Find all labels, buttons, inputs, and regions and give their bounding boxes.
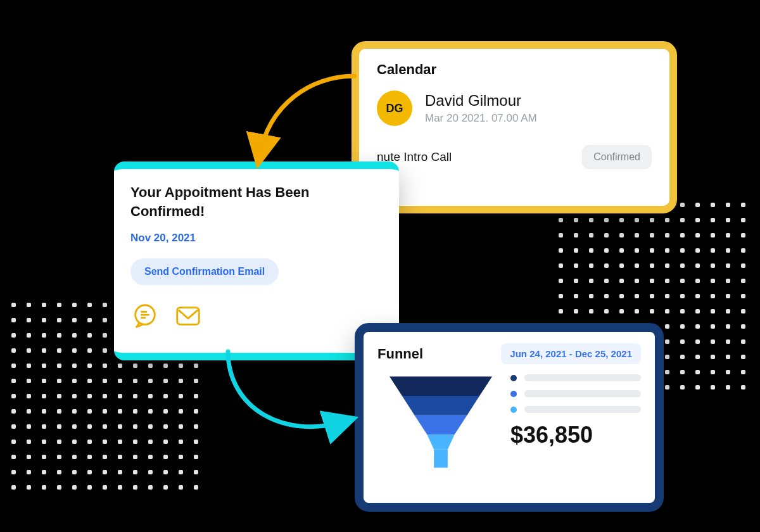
calendar-title: Calendar bbox=[377, 61, 652, 78]
svg-marker-7 bbox=[415, 415, 467, 435]
calendar-card: Calendar DG David Gilmour Mar 20 2021. 0… bbox=[352, 41, 677, 213]
email-icon[interactable] bbox=[174, 301, 203, 331]
legend-row-3 bbox=[510, 406, 641, 413]
svg-marker-5 bbox=[390, 377, 492, 396]
svg-marker-8 bbox=[427, 434, 454, 449]
avatar: DG bbox=[377, 91, 412, 126]
legend-row-2 bbox=[510, 390, 641, 397]
status-badge: Confirmed bbox=[582, 145, 652, 169]
appointment-title: Your Appoitment Has Been Confirmed! bbox=[130, 183, 383, 220]
funnel-amount: $36,850 bbox=[510, 422, 641, 448]
stage: Calendar DG David Gilmour Mar 20 2021. 0… bbox=[0, 0, 760, 532]
contact-name: David Gilmour bbox=[425, 92, 537, 110]
svg-rect-4 bbox=[177, 308, 200, 325]
appointment-date: Nov 20, 2021 bbox=[130, 232, 383, 244]
funnel-title: Funnel bbox=[377, 346, 423, 362]
event-datetime: Mar 20 2021. 07.00 AM bbox=[425, 112, 537, 125]
funnel-card: Funnel Jun 24, 2021 - Dec 25, 2021 bbox=[355, 323, 664, 512]
send-confirmation-button[interactable]: Send Confirmation Email bbox=[130, 258, 279, 285]
funnel-date-range[interactable]: Jun 24, 2021 - Dec 25, 2021 bbox=[501, 343, 641, 364]
arrow-appointment-to-funnel bbox=[215, 345, 361, 453]
funnel-chart-icon bbox=[377, 374, 504, 476]
svg-rect-9 bbox=[434, 450, 448, 468]
svg-marker-6 bbox=[402, 396, 479, 415]
arrow-calendar-to-appointment bbox=[241, 70, 367, 171]
legend-row-1 bbox=[510, 374, 641, 381]
chat-icon[interactable] bbox=[130, 301, 160, 331]
